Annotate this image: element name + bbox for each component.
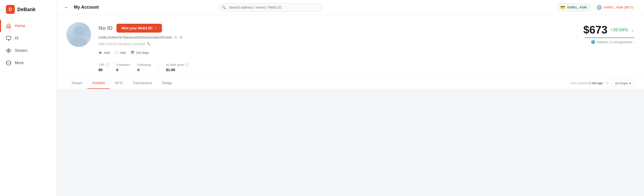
sidebar-item-stream[interactable]: Stream [0,44,56,57]
chain-select-label: All Chain [615,81,628,85]
email-add-button[interactable]: ✉️ Add [114,51,126,55]
hi-offer-label: Hi offer price ? [166,63,188,67]
logo-icon: D [6,5,15,14]
topbar: ← My Account 🔍 💳 0x6fb1...43d6 0x6fb1...… [56,0,644,15]
hi-label: Hi [15,36,18,41]
logo-text: DeBank [17,7,36,12]
profile-top: No ID Mint your Web3 ID! → 0x6fb142d69c5… [66,22,634,77]
calendar-icon: 📅 [130,51,134,55]
chat-icon [6,36,11,41]
tvf-info-icon[interactable]: ? [106,63,109,67]
tvf-stat: TVF ? $0 [98,63,116,72]
more-icon [6,60,11,66]
mint-web3-id-button[interactable]: Mint your Web3 ID! → [116,24,162,33]
profile-info: No ID Mint your Web3 ID! → 0x6fb142d69c5… [98,22,558,77]
profile-name-row: No ID Mint your Web3 ID! → [98,24,558,33]
followers-stat: Followers 0 [116,63,138,72]
debank-l2-icon [591,40,595,44]
sidebar-item-hi[interactable]: Hi [0,32,56,44]
data-updated-text: Data updated 1 min ago [571,81,603,85]
sidebar-item-more[interactable]: More [0,57,56,69]
wallet-full-address: 0x6fb142d69c5b78abdea35825e3dc62dbe59343… [98,36,172,39]
sidebar: D DeBank Home Hi Stream More [0,0,56,196]
following-value: 0 [137,68,151,72]
svg-point-4 [10,63,10,63]
portfolio-amount: $673 [584,24,608,36]
home-icon [6,23,11,29]
search-bar: 🔍 [219,3,322,12]
l2-chevron-icon: › [633,40,634,44]
stream-label: Stream [15,48,28,53]
logo-area: D DeBank [0,5,56,20]
tab-badge[interactable]: Badge [157,77,177,89]
avatar [596,5,602,10]
svg-point-3 [7,63,8,63]
portfolio-value-display: $673 +39.94% ⌄ [565,24,634,36]
profile-avatar [66,22,91,47]
following-stat: Following 0 [137,63,158,72]
twitter-add-button[interactable]: 🐦 Add [98,51,110,55]
tab-portfolio[interactable]: Portfolio [88,77,110,89]
social-row: 🐦 Add ✉️ Add 📅 210 days [98,51,558,58]
page-title: My Account [74,5,99,10]
wallet-badge[interactable]: 💳 0x6fb1...43d6 [557,3,590,11]
account-address: 0x6fb1...43d6 ($672) [604,6,634,9]
svg-rect-0 [6,36,11,40]
tabs-right: Data updated 1 min ago ↻ All Chain ▾ [571,80,634,87]
stream-icon [6,48,11,53]
tab-transactions[interactable]: Transactions [128,77,157,89]
debank-l2-link[interactable]: DeBank L2 Unregistered › [565,40,634,44]
address-row: 0x6fb142d69c5b78abdea35825e3dc62dbe59343… [98,35,558,40]
bio-row[interactable]: Add a bio to introduce yourself ✏️ [98,42,558,46]
svg-point-1 [8,50,9,51]
wallet-address: 0x6fb1...43d6 [567,6,587,9]
chain-select-dropdown[interactable]: All Chain ▾ [612,80,634,87]
followers-label: Followers [116,63,130,67]
tabs-bar: Stream Portfolio NFTs Transactions Badge… [56,77,644,89]
portfolio-chevron-icon[interactable]: ⌄ [631,28,634,32]
edit-bio-icon: ✏️ [147,42,151,46]
search-input[interactable] [219,3,322,12]
tab-stream[interactable]: Stream [66,77,88,89]
copy-address-button[interactable]: ⧉ [174,35,177,40]
hi-offer-info-icon[interactable]: ? [185,63,188,67]
hi-offer-value: $1.00 [166,68,188,72]
profile-area: No ID Mint your Web3 ID! → 0x6fb142d69c5… [56,15,644,77]
hi-offer-stat: Hi offer price ? $1.00 [166,63,196,72]
days-badge: 📅 210 days [130,51,149,55]
qr-code-button[interactable]: ⊞ [180,35,183,40]
search-icon: 🔍 [222,6,226,9]
profile-name: No ID [98,25,112,31]
account-badge[interactable]: 0x6fb1...43d6 ($672) [593,3,636,12]
followers-value: 0 [116,68,130,72]
svg-point-2 [8,63,9,63]
topbar-right: 💳 0x6fb1...43d6 0x6fb1...43d6 ($672) [557,3,636,12]
chain-chevron-icon: ▾ [629,81,631,85]
email-icon: ✉️ [114,51,118,55]
tab-nfts[interactable]: NFTs [110,77,128,89]
svg-point-6 [74,27,84,37]
twitter-icon: 🐦 [98,51,102,55]
content-area: No ID Mint your Web3 ID! → 0x6fb142d69c5… [56,15,644,89]
refresh-icon[interactable]: ↻ [606,81,609,85]
svg-point-7 [70,38,87,47]
wallet-icon: 💳 [560,5,565,10]
stats-row: TVF ? $0 Followers 0 Following 0 [98,58,558,77]
tvf-value: $0 [98,68,109,72]
email-label: Add [120,51,126,55]
twitter-label: Add [104,51,110,55]
back-button[interactable]: ← [64,5,69,10]
main-content: ← My Account 🔍 💳 0x6fb1...43d6 0x6fb1...… [56,0,644,196]
days-count: 210 days [136,51,149,55]
portfolio-change: +39.94% [610,27,628,33]
bio-placeholder-text: Add a bio to introduce yourself [98,42,145,46]
tvf-label: TVF ? [98,63,109,67]
following-label: Following [137,63,151,67]
portfolio-section: $673 +39.94% ⌄ DeBank L2 Unregistered › [565,22,634,44]
home-label: Home [15,24,25,28]
sidebar-item-home[interactable]: Home [0,20,56,32]
more-label: More [15,61,24,65]
debank-l2-label: DeBank L2 Unregistered [596,40,632,44]
chart-line [585,38,634,38]
data-updated-time: 1 min ago [589,81,603,85]
